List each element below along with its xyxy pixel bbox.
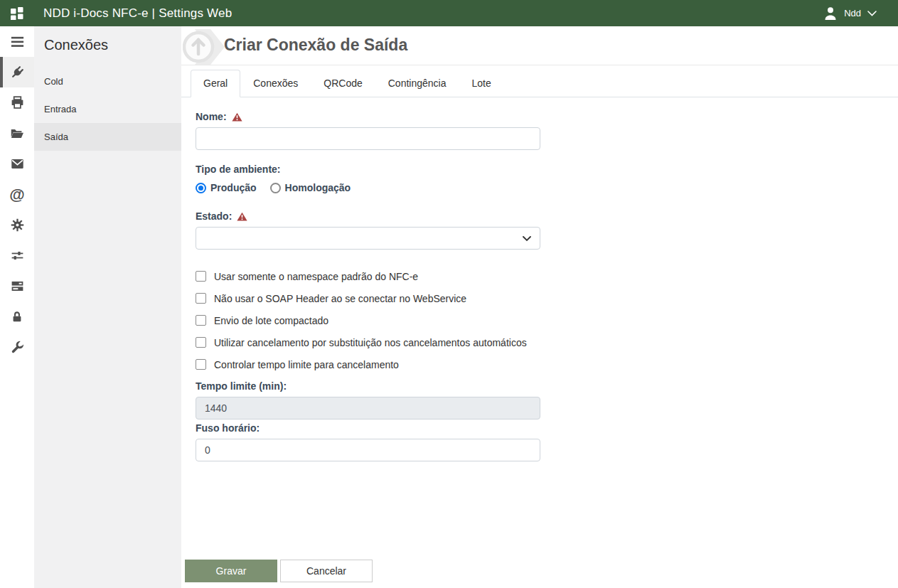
rail-item-folders[interactable] bbox=[0, 118, 34, 149]
radio-unselected-icon bbox=[270, 183, 281, 193]
cancel-button[interactable]: Cancelar bbox=[280, 560, 373, 582]
form-actions: Gravar Cancelar bbox=[185, 560, 373, 582]
nome-input[interactable] bbox=[196, 127, 540, 150]
checkbox-icon bbox=[196, 359, 206, 370]
hamburger-icon bbox=[10, 34, 25, 49]
apps-grid-icon bbox=[11, 7, 23, 20]
tab-geral[interactable]: Geral bbox=[191, 70, 240, 97]
checkbox-lote-compactado-label: Envio de lote compactado bbox=[214, 315, 328, 326]
checkbox-tempo-limite[interactable]: Controlar tempo limite para cancelamento bbox=[196, 358, 540, 371]
fuso-horario-label-text: Fuso horário: bbox=[196, 422, 260, 434]
tempo-limite-label-text: Tempo limite (min): bbox=[196, 380, 287, 392]
fuso-horario-input[interactable] bbox=[196, 439, 540, 461]
rail-item-printers[interactable] bbox=[0, 87, 34, 118]
sliders-icon bbox=[10, 248, 25, 263]
chevron-down-icon bbox=[523, 236, 531, 242]
checkbox-icon bbox=[196, 271, 206, 282]
tab-qrcode[interactable]: QRCode bbox=[311, 70, 375, 97]
checkbox-namespace[interactable]: Usar somente o namespace padrão do NFC-e bbox=[196, 269, 540, 283]
sidebar-item-cold[interactable]: Cold bbox=[34, 68, 181, 95]
tab-contingencia[interactable]: Contingência bbox=[375, 70, 459, 97]
tipo-ambiente-radio-group: Produção Homologação bbox=[196, 182, 540, 193]
envelope-icon bbox=[10, 157, 25, 171]
radio-producao[interactable]: Produção bbox=[196, 182, 257, 193]
main-content: Criar Conexão de Saída Geral Conexões QR… bbox=[181, 26, 898, 588]
tab-lote[interactable]: Lote bbox=[459, 70, 503, 97]
sidebar-title: Conexões bbox=[34, 26, 181, 68]
checkbox-soap-header-label: Não usar o SOAP Header ao se conectar no… bbox=[214, 293, 466, 304]
geral-form: Nome: Tipo de ambiente: Produção Homolog… bbox=[181, 97, 540, 461]
required-warning-icon bbox=[237, 212, 247, 221]
user-menu[interactable]: Ndd bbox=[823, 6, 898, 21]
tab-bar: Geral Conexões QRCode Contingência Lote bbox=[181, 70, 898, 97]
estado-select[interactable] bbox=[196, 227, 540, 250]
tipo-ambiente-label: Tipo de ambiente: bbox=[196, 164, 540, 175]
checkbox-cancelamento-substituicao[interactable]: Utilizar cancelamento por substituição n… bbox=[196, 336, 540, 349]
estado-label: Estado: bbox=[196, 210, 232, 222]
page-title-row: Criar Conexão de Saída bbox=[181, 26, 898, 65]
rail-item-servers[interactable] bbox=[0, 271, 34, 301]
app-header: NDD i-Docs NFC-e | Settings Web Ndd bbox=[0, 0, 898, 26]
app-title: NDD i-Docs NFC-e | Settings Web bbox=[43, 6, 232, 21]
gear-icon bbox=[10, 218, 25, 232]
folder-open-icon bbox=[9, 126, 25, 141]
chevron-down-icon bbox=[867, 11, 877, 16]
icon-rail: @ bbox=[0, 26, 34, 588]
checkbox-icon bbox=[196, 315, 206, 326]
checkbox-icon bbox=[196, 293, 206, 304]
at-sign-icon: @ bbox=[9, 187, 24, 203]
checkbox-cancelamento-substituicao-label: Utilizar cancelamento por substituição n… bbox=[214, 337, 527, 348]
checkbox-icon bbox=[196, 337, 206, 348]
user-name: Ndd bbox=[844, 8, 861, 18]
radio-selected-icon bbox=[196, 183, 206, 193]
checkbox-soap-header[interactable]: Não usar o SOAP Header ao se conectar no… bbox=[196, 292, 540, 305]
sidebar-item-entrada[interactable]: Entrada bbox=[34, 95, 181, 123]
checkbox-lote-compactado[interactable]: Envio de lote compactado bbox=[196, 314, 540, 327]
sidebar-item-saida[interactable]: Saída bbox=[34, 123, 181, 151]
plug-icon bbox=[9, 65, 25, 80]
radio-producao-label: Produção bbox=[210, 182, 257, 193]
nome-label-row: Nome: bbox=[196, 111, 540, 122]
sidebar-connections: Conexões Cold Entrada Saída bbox=[34, 26, 181, 588]
rail-item-mail[interactable] bbox=[0, 149, 34, 179]
tab-conexoes[interactable]: Conexões bbox=[240, 70, 311, 97]
rail-item-settings[interactable] bbox=[0, 210, 34, 240]
rail-item-tools[interactable] bbox=[0, 332, 34, 363]
create-connection-watermark-icon bbox=[183, 28, 227, 65]
nome-label: Nome: bbox=[196, 111, 227, 122]
checkbox-namespace-label: Usar somente o namespace padrão do NFC-e bbox=[214, 271, 418, 282]
printer-icon bbox=[10, 95, 25, 110]
radio-homologacao-label: Homologação bbox=[285, 182, 351, 193]
tempo-limite-label: Tempo limite (min): bbox=[196, 380, 540, 392]
rail-item-connections[interactable] bbox=[0, 57, 34, 87]
tipo-ambiente-label-text: Tipo de ambiente: bbox=[196, 164, 281, 175]
page-title: Criar Conexão de Saída bbox=[224, 36, 407, 55]
wrench-icon bbox=[10, 340, 25, 355]
radio-homologacao[interactable]: Homologação bbox=[270, 182, 351, 193]
rail-item-security[interactable] bbox=[0, 301, 34, 332]
app-launcher-button[interactable] bbox=[0, 0, 34, 26]
lock-icon bbox=[10, 309, 24, 324]
estado-label-row: Estado: bbox=[196, 210, 540, 222]
options-checkbox-group: Usar somente o namespace padrão do NFC-e… bbox=[196, 269, 540, 371]
tempo-limite-input bbox=[196, 397, 540, 419]
rail-item-preferences[interactable] bbox=[0, 240, 34, 271]
checkbox-tempo-limite-label: Controlar tempo limite para cancelamento bbox=[214, 359, 399, 370]
fuso-horario-label: Fuso horário: bbox=[196, 422, 540, 434]
server-icon bbox=[10, 279, 25, 294]
user-icon bbox=[823, 6, 838, 21]
rail-item-email-at[interactable]: @ bbox=[0, 179, 34, 210]
rail-item-menu[interactable] bbox=[0, 26, 34, 57]
save-button[interactable]: Gravar bbox=[185, 560, 277, 582]
required-warning-icon bbox=[232, 112, 242, 122]
